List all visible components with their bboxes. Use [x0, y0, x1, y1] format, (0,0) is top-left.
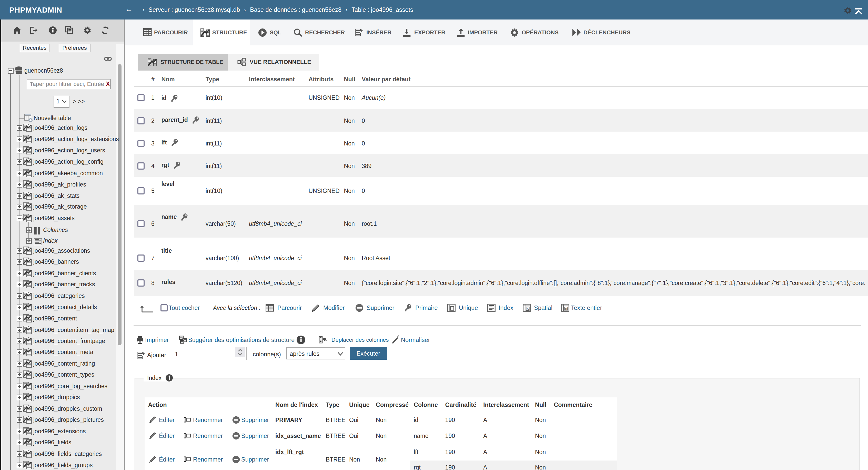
svg-text:S: S: [527, 307, 529, 311]
svg-text:T: T: [565, 306, 567, 311]
